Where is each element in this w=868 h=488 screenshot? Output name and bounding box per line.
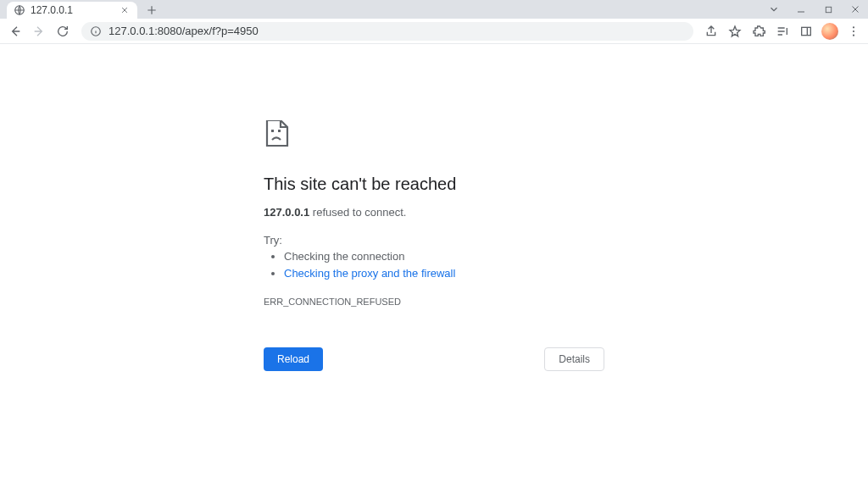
share-icon[interactable]: [702, 22, 721, 41]
button-row: Reload Details: [264, 347, 604, 371]
new-tab-button[interactable]: [144, 3, 159, 18]
globe-icon: [14, 4, 25, 16]
info-icon[interactable]: [90, 25, 102, 37]
svg-rect-1: [826, 7, 831, 12]
forward-button[interactable]: [29, 21, 49, 42]
tab-title: 127.0.0.1: [31, 4, 119, 16]
error-host: 127.0.0.1: [264, 206, 309, 219]
page-content: This site can't be reached 127.0.0.1 ref…: [0, 44, 868, 488]
suggestion-link[interactable]: Checking the proxy and the firewall: [284, 267, 455, 280]
profile-avatar[interactable]: [821, 22, 839, 41]
list-item: Checking the connection: [284, 248, 604, 265]
toolbar-actions: [702, 22, 863, 41]
tab-strip: 127.0.0.1: [0, 0, 868, 19]
list-item: Checking the proxy and the firewall: [284, 265, 604, 282]
svg-point-4: [853, 26, 854, 28]
side-panel-icon[interactable]: [797, 22, 815, 41]
reload-button[interactable]: Reload: [264, 347, 323, 371]
back-button[interactable]: [5, 21, 25, 42]
error-container: This site can't be reached 127.0.0.1 ref…: [264, 120, 604, 371]
reading-list-icon[interactable]: [773, 22, 792, 41]
error-message: 127.0.0.1 refused to connect.: [264, 206, 604, 219]
error-heading: This site can't be reached: [264, 175, 604, 194]
svg-point-5: [853, 30, 854, 31]
try-label: Try:: [264, 234, 604, 247]
svg-rect-8: [278, 130, 281, 132]
suggestion-list: Checking the connection Checking the pro…: [284, 248, 604, 281]
bookmark-icon[interactable]: [726, 22, 744, 41]
url-text: 127.0.0.1:8080/apex/f?p=4950: [108, 25, 685, 37]
chevron-down-icon[interactable]: [766, 2, 782, 17]
svg-point-6: [853, 34, 854, 36]
svg-rect-7: [271, 130, 274, 132]
details-button[interactable]: Details: [544, 347, 604, 371]
svg-rect-3: [802, 27, 811, 35]
extensions-icon[interactable]: [749, 22, 768, 41]
address-bar[interactable]: 127.0.0.1:8080/apex/f?p=4950: [81, 22, 693, 41]
error-code: ERR_CONNECTION_REFUSED: [264, 297, 604, 307]
maximize-icon[interactable]: [821, 2, 836, 17]
suggestion-text: Checking the connection: [284, 250, 404, 263]
sad-page-icon: [264, 120, 604, 151]
error-message-suffix: refused to connect.: [309, 206, 406, 219]
menu-icon[interactable]: [844, 22, 863, 41]
window-controls: [766, 0, 863, 19]
close-icon[interactable]: [119, 4, 131, 16]
browser-tab[interactable]: 127.0.0.1: [7, 2, 137, 19]
minimize-icon[interactable]: [793, 2, 809, 17]
reload-toolbar-button[interactable]: [53, 21, 73, 42]
browser-toolbar: 127.0.0.1:8080/apex/f?p=4950: [0, 19, 868, 44]
window-close-icon[interactable]: [848, 2, 863, 17]
